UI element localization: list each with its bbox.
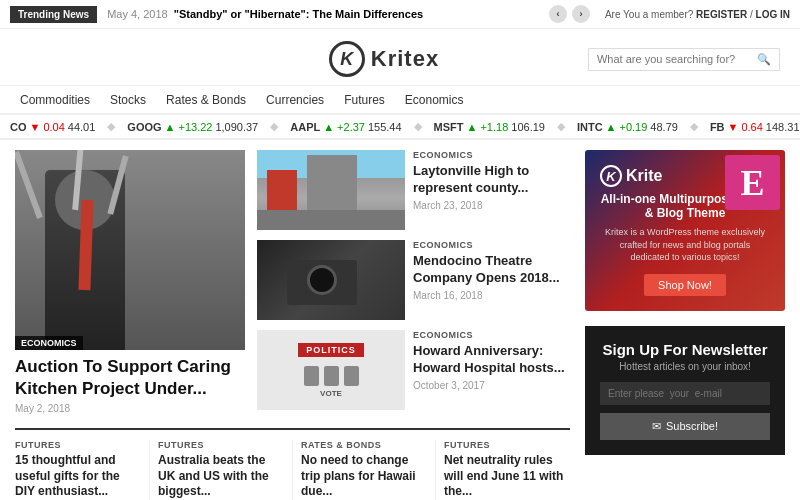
shop-now-button[interactable]: Shop Now!: [644, 274, 726, 296]
bottom-article-3: Rates & Bonds No need to change trip pla…: [293, 440, 436, 500]
ba3-category: Rates & Bonds: [301, 440, 427, 450]
main-feature-title[interactable]: Auction To Support Caring Kitchen Projec…: [15, 356, 245, 400]
ticker-co: CO ▼ 0.04 44.01: [10, 120, 95, 133]
article-1-category: Economics: [413, 150, 570, 160]
sidebar-ad: E K Krite All-in-one Multipurpose News &…: [585, 150, 785, 311]
articles-grid: Economics Auction To Support Caring Kitc…: [15, 150, 570, 420]
nav-item-commodities[interactable]: Commodities: [20, 92, 90, 107]
ba4-title[interactable]: Net neutrality rules will end June 11 wi…: [444, 453, 570, 500]
ticker-intc: INTC ▲ +0.19 48.79: [577, 120, 678, 133]
search-icon[interactable]: 🔍: [757, 53, 771, 66]
ba1-title[interactable]: 15 thoughtful and useful gifts for the D…: [15, 453, 141, 500]
elementor-e-letter: E: [740, 162, 764, 204]
register-link[interactable]: REGISTER: [696, 9, 747, 20]
article-row-3: POLITICS VOTE Economics Howard: [257, 330, 570, 410]
article-2-title[interactable]: Mendocino Theatre Company Opens 2018...: [413, 253, 570, 287]
sidebar-ad-logo-icon: K: [600, 165, 622, 187]
middle-column: Economics Laytonville High to represent …: [257, 150, 570, 420]
main-content: Economics Auction To Support Caring Kitc…: [0, 140, 800, 500]
nav-item-rates[interactable]: Rates & Bonds: [166, 92, 246, 107]
ba1-category: Futures: [15, 440, 141, 450]
logo-text: Kritex: [371, 46, 439, 72]
article-1-date: March 23, 2018: [413, 200, 570, 211]
login-link[interactable]: LOG IN: [756, 9, 790, 20]
up-icon-intc: ▲: [606, 121, 617, 133]
ticker-bar: CO ▼ 0.04 44.01 ◆ GOOG ▲ +13.22 1,090.37…: [0, 114, 800, 140]
nav-list: Commodities Stocks Rates & Bonds Currenc…: [20, 92, 780, 107]
nav-item-currencies[interactable]: Currencies: [266, 92, 324, 107]
article-row-2: Economics Mendocino Theatre Company Open…: [257, 240, 570, 320]
article-row-1: Economics Laytonville High to represent …: [257, 150, 570, 230]
subscribe-label: Subscribe!: [666, 420, 718, 432]
prev-arrow[interactable]: ‹: [549, 5, 567, 23]
article-2-category: Economics: [413, 240, 570, 250]
article-3-date: October 3, 2017: [413, 380, 570, 391]
ba2-title[interactable]: Australia beats the UK and US with the b…: [158, 453, 284, 500]
top-bar: Trending News May 4, 2018 "Standby" or "…: [0, 0, 800, 29]
bottom-article-1: Futures 15 thoughtful and useful gifts f…: [15, 440, 150, 500]
search-input[interactable]: [597, 53, 757, 65]
ticker-fb: FB ▼ 0.64 148.31: [710, 120, 800, 133]
down-icon-fb: ▼: [728, 121, 739, 133]
up-icon-msft: ▲: [467, 121, 478, 133]
member-text: Are You a member? REGISTER / LOG IN: [605, 9, 790, 20]
logo[interactable]: K Kritex: [329, 41, 439, 77]
subscribe-button[interactable]: ✉ Subscribe!: [600, 413, 770, 440]
up-icon-aapl: ▲: [323, 121, 334, 133]
newsletter-email-input[interactable]: [600, 382, 770, 405]
article-1-title[interactable]: Laytonville High to represent county...: [413, 163, 570, 197]
nav-item-economics[interactable]: Economics: [405, 92, 464, 107]
left-column: Economics Auction To Support Caring Kitc…: [15, 150, 245, 420]
main-feature-image: Economics: [15, 150, 245, 350]
ba4-category: Futures: [444, 440, 570, 450]
header: K Kritex 🔍: [0, 29, 800, 86]
trending-label: Trending News: [10, 6, 97, 23]
sidebar: E K Krite All-in-one Multipurpose News &…: [585, 150, 785, 500]
article-1-content: Economics Laytonville High to represent …: [413, 150, 570, 211]
ticker-goog: GOOG ▲ +13.22 1,090.37: [127, 120, 258, 133]
nav-item-stocks[interactable]: Stocks: [110, 92, 146, 107]
search-box[interactable]: 🔍: [588, 48, 780, 71]
main-feature-category-badge: Economics: [15, 336, 83, 350]
article-2-image: [257, 240, 405, 320]
ticker-msft: MSFT ▲ +1.18 106.19: [434, 120, 545, 133]
bottom-article-2: Futures Australia beats the UK and US wi…: [150, 440, 293, 500]
logo-icon: K: [329, 41, 365, 77]
article-3-title[interactable]: Howard Anniversary: Howard Hospital host…: [413, 343, 570, 377]
main-feature-date: May 2, 2018: [15, 403, 245, 414]
top-bar-date: May 4, 2018: [107, 8, 168, 20]
sidebar-ad-description: Kritex is a WordPress theme exclusively …: [600, 226, 770, 264]
subscribe-icon: ✉: [652, 420, 661, 433]
up-icon: ▲: [165, 121, 176, 133]
article-3-category: Economics: [413, 330, 570, 340]
next-arrow[interactable]: ›: [572, 5, 590, 23]
newsletter-subtitle: Hottest articles on your inbox!: [600, 361, 770, 372]
top-bar-nav: ‹ ›: [549, 5, 590, 23]
content-area: Economics Auction To Support Caring Kitc…: [15, 150, 570, 500]
newsletter-title: Sign Up For Newsletter: [600, 341, 770, 358]
main-nav: Commodities Stocks Rates & Bonds Currenc…: [0, 86, 800, 114]
article-2-content: Economics Mendocino Theatre Company Open…: [413, 240, 570, 301]
nav-item-futures[interactable]: Futures: [344, 92, 385, 107]
ba2-category: Futures: [158, 440, 284, 450]
article-3-image: POLITICS VOTE: [257, 330, 405, 410]
sidebar-newsletter: Sign Up For Newsletter Hottest articles …: [585, 326, 785, 455]
article-3-content: Economics Howard Anniversary: Howard Hos…: [413, 330, 570, 391]
sidebar-ad-logo-text: Krite: [626, 167, 662, 185]
top-bar-headline: "Standby" or "Hibernate": The Main Diffe…: [174, 8, 549, 20]
bottom-articles-row: Futures 15 thoughtful and useful gifts f…: [15, 428, 570, 500]
article-1-image: [257, 150, 405, 230]
ba3-title[interactable]: No need to change trip plans for Hawaii …: [301, 453, 427, 500]
down-icon: ▼: [30, 121, 41, 133]
ticker-aapl: AAPL ▲ +2.37 155.44: [290, 120, 401, 133]
article-2-date: March 16, 2018: [413, 290, 570, 301]
bottom-article-4: Futures Net neutrality rules will end Ju…: [436, 440, 570, 500]
